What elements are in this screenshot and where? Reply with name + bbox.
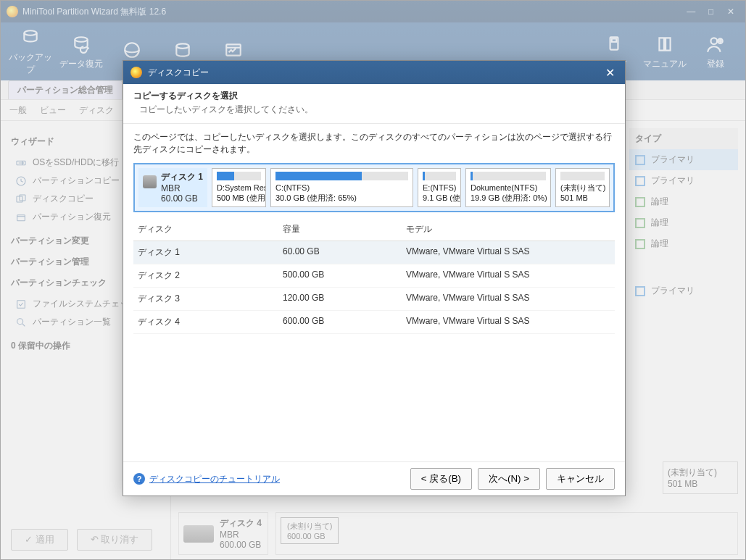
table-row[interactable]: ディスク 2500.00 GBVMware, VMware Virtual S … <box>133 264 615 288</box>
partition-title: C:(NTFS) <box>275 183 408 193</box>
cell-model: VMware, VMware Virtual S SAS <box>406 293 610 305</box>
back-button[interactable]: < 戻る(B) <box>410 468 472 490</box>
usage-fill <box>217 172 234 180</box>
dialog-header: コピーするディスクを選択 コピーしたいディスクを選択してください。 <box>123 84 625 124</box>
partition-documents[interactable]: Dokumente(NTFS) 19.9 GB (使用済: 0%) <box>465 168 551 207</box>
table-row[interactable]: ディスク 3120.00 GBVMware, VMware Virtual S … <box>133 288 615 311</box>
partition-sub: 501 MB <box>560 193 605 203</box>
dialog-logo-icon <box>130 67 142 78</box>
cell-capacity: 600.00 GB <box>283 316 406 328</box>
dialog-content: このページでは、コピーしたいディスクを選択します。このディスクのすべてのパーティ… <box>123 124 625 461</box>
col-disk: ディスク <box>138 223 283 235</box>
partition-title: Dokumente(NTFS) <box>471 183 546 193</box>
cell-model: VMware, VMware Virtual S SAS <box>406 246 610 259</box>
disk-name: ディスク 1 <box>161 172 203 182</box>
tutorial-link[interactable]: ? ディスクコピーのチュートリアル <box>133 473 280 485</box>
cell-capacity: 60.00 GB <box>283 246 406 259</box>
partition-title: (未割り当て) <box>560 183 605 193</box>
cell-disk: ディスク 2 <box>138 269 283 282</box>
dialog-titlebar: ディスクコピー ✕ <box>123 61 625 84</box>
cell-disk: ディスク 4 <box>138 316 283 328</box>
dialog-footer: ? ディスクコピーのチュートリアル < 戻る(B) 次へ(N) > キャンセル <box>123 461 625 496</box>
cancel-button[interactable]: キャンセル <box>546 468 615 490</box>
dialog-headline: コピーするディスクを選択 <box>133 90 615 102</box>
partition-sub: 30.0 GB (使用済: 65%) <box>275 193 408 203</box>
usage-fill <box>275 172 362 180</box>
hdd-icon <box>143 175 157 188</box>
dialog-subline: コピーしたいディスクを選択してください。 <box>133 104 615 116</box>
usage-fill <box>471 172 473 180</box>
table-row[interactable]: ディスク 160.00 GBVMware, VMware Virtual S S… <box>133 241 615 264</box>
disk-table: ディスク 容量 モデル ディスク 160.00 GBVMware, VMware… <box>133 218 615 334</box>
col-capacity: 容量 <box>283 223 406 235</box>
disk-size: 60.00 GB <box>161 193 198 204</box>
partition-e[interactable]: E:(NTFS) 9.1 GB (使 <box>418 168 461 207</box>
disk-summary[interactable]: ディスク 1 MBR 60.00 GB <box>138 168 207 207</box>
col-model: モデル <box>406 223 610 235</box>
partition-d[interactable]: D:System Res 500 MB (使用 <box>212 168 266 207</box>
partition-title: D:System Res <box>217 183 261 193</box>
table-header: ディスク 容量 モデル <box>133 218 615 241</box>
cell-model: VMware, VMware Virtual S SAS <box>406 316 610 328</box>
partition-sub: 19.9 GB (使用済: 0%) <box>471 193 546 203</box>
dialog-hint: このページでは、コピーしたいディスクを選択します。このディスクのすべてのパーティ… <box>133 131 615 156</box>
cell-disk: ディスク 1 <box>138 246 283 259</box>
tutorial-label: ディスクコピーのチュートリアル <box>149 473 280 485</box>
cell-capacity: 120.00 GB <box>283 293 406 305</box>
cell-capacity: 500.00 GB <box>283 269 406 282</box>
table-row[interactable]: ディスク 4600.00 GBVMware, VMware Virtual S … <box>133 311 615 334</box>
selected-disk-strip: ディスク 1 MBR 60.00 GB D:System Res 500 MB … <box>133 163 615 212</box>
next-button[interactable]: 次へ(N) > <box>478 468 540 490</box>
partition-sub: 9.1 GB (使 <box>423 193 456 203</box>
partition-unallocated[interactable]: (未割り当て) 501 MB <box>555 168 610 207</box>
usage-fill <box>423 172 425 180</box>
cell-model: VMware, VMware Virtual S SAS <box>406 269 610 282</box>
dialog-title: ディスクコピー <box>148 67 602 79</box>
dialog-close-icon[interactable]: ✕ <box>602 66 618 80</box>
disk-copy-dialog: ディスクコピー ✕ コピーするディスクを選択 コピーしたいディスクを選択してくだ… <box>123 60 626 496</box>
partition-c[interactable]: C:(NTFS) 30.0 GB (使用済: 65%) <box>270 168 413 207</box>
partition-title: E:(NTFS) <box>423 183 456 193</box>
disk-scheme: MBR <box>161 183 181 193</box>
partition-sub: 500 MB (使用 <box>217 193 261 203</box>
cell-disk: ディスク 3 <box>138 293 283 305</box>
help-icon: ? <box>133 473 145 485</box>
